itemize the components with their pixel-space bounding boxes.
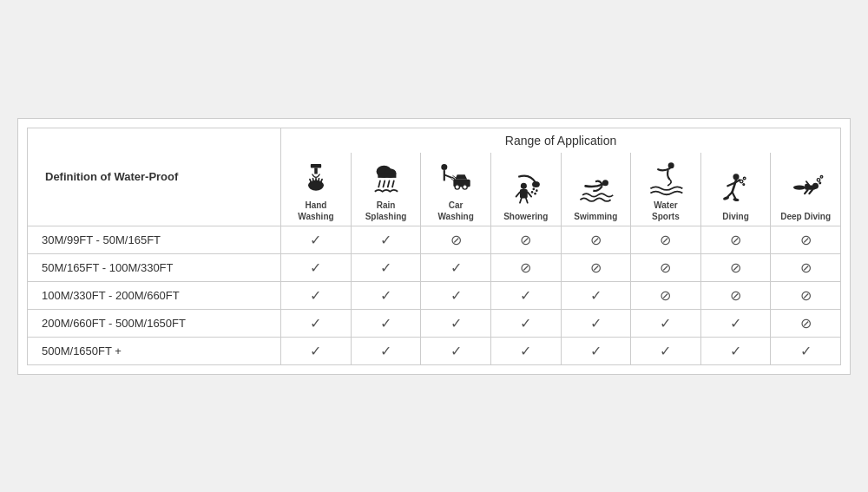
showering-icon xyxy=(507,169,545,207)
svg-point-53 xyxy=(819,181,821,183)
showering-label: Showering xyxy=(495,211,557,222)
svg-line-49 xyxy=(805,189,808,193)
cell-rain_splashing: ✓ xyxy=(351,253,421,281)
cell-swimming: ✓ xyxy=(561,281,631,309)
cell-diving: ⊘ xyxy=(700,281,771,309)
check-mark: ✓ xyxy=(450,288,462,303)
cell-deep_diving: ⊘ xyxy=(771,281,841,309)
water_sports-label: WaterSports xyxy=(635,200,697,222)
cell-hand_washing: ✓ xyxy=(281,281,352,309)
cell-hand_washing: ✓ xyxy=(281,226,352,253)
svg-line-7 xyxy=(319,178,319,181)
svg-point-21 xyxy=(463,184,467,188)
table-row: 500M/1650FT +✓✓✓✓✓✓✓✓ xyxy=(28,337,841,364)
rain_splashing-icon xyxy=(367,158,405,196)
svg-point-40 xyxy=(733,197,740,201)
cell-showering: ✓ xyxy=(490,309,561,337)
cell-showering: ✓ xyxy=(490,281,561,309)
cell-swimming: ✓ xyxy=(561,309,631,337)
svg-line-12 xyxy=(378,180,380,187)
icon-header-rain_splashing: RainSplashing xyxy=(351,153,421,226)
check-mark: ✓ xyxy=(520,316,531,331)
svg-rect-11 xyxy=(378,173,396,177)
icon-header-swimming: Swimming xyxy=(561,153,631,226)
no-symbol: ⊘ xyxy=(520,233,531,247)
cell-diving: ⊘ xyxy=(700,253,771,281)
icon-header-hand_washing: HandWashing xyxy=(281,153,352,226)
cell-deep_diving: ⊘ xyxy=(771,226,841,253)
check-mark: ✓ xyxy=(310,316,321,331)
check-mark: ✓ xyxy=(590,288,602,303)
svg-line-31 xyxy=(526,198,528,202)
check-mark: ✓ xyxy=(450,260,462,275)
check-mark: ✓ xyxy=(660,344,671,358)
check-mark: ✓ xyxy=(380,344,391,358)
cell-car_washing: ✓ xyxy=(421,281,491,309)
cell-swimming: ✓ xyxy=(561,337,631,364)
cell-rain_splashing: ✓ xyxy=(351,309,421,337)
no-symbol: ⊘ xyxy=(730,260,741,275)
svg-point-25 xyxy=(532,181,540,187)
cell-deep_diving: ⊘ xyxy=(771,309,841,337)
cell-hand_washing: ✓ xyxy=(281,253,352,281)
svg-point-33 xyxy=(536,189,538,192)
table-row: 100M/330FT - 200M/660FT✓✓✓✓✓⊘⊘⊘ xyxy=(28,281,841,309)
check-mark: ✓ xyxy=(380,233,391,247)
svg-point-43 xyxy=(742,183,744,185)
row-label: 50M/165FT - 100M/330FT xyxy=(28,253,281,281)
no-symbol: ⊘ xyxy=(730,233,741,247)
svg-point-20 xyxy=(455,184,459,188)
check-mark: ✓ xyxy=(310,288,321,303)
svg-point-37 xyxy=(668,162,674,168)
svg-point-35 xyxy=(534,192,536,194)
row-label: 100M/330FT - 200M/660FT xyxy=(28,281,281,309)
row-label: 200M/660FT - 500M/1650FT xyxy=(28,309,281,337)
svg-rect-3 xyxy=(308,183,324,187)
no-symbol: ⊘ xyxy=(800,316,812,331)
cell-showering: ⊘ xyxy=(490,253,561,281)
cell-car_washing: ⊘ xyxy=(421,226,491,253)
no-symbol: ⊘ xyxy=(660,260,671,275)
icon-header-showering: Showering xyxy=(490,153,561,226)
svg-point-26 xyxy=(521,182,527,188)
check-mark: ✓ xyxy=(310,233,321,247)
cell-water_sports: ⊘ xyxy=(631,281,701,309)
water_sports-icon xyxy=(647,158,685,196)
svg-rect-27 xyxy=(520,188,528,198)
svg-line-14 xyxy=(387,180,389,187)
cell-swimming: ⊘ xyxy=(561,226,631,253)
deep_diving-icon xyxy=(786,169,825,207)
hand_washing-icon xyxy=(297,158,335,196)
check-mark: ✓ xyxy=(310,260,321,275)
cell-car_washing: ✓ xyxy=(421,253,491,281)
cell-deep_diving: ⊘ xyxy=(771,253,841,281)
check-mark: ✓ xyxy=(520,344,531,358)
hand_washing-label: HandWashing xyxy=(285,200,347,222)
diving-label: Diving xyxy=(705,211,767,222)
rain_splashing-label: RainSplashing xyxy=(355,200,418,222)
cell-showering: ✓ xyxy=(490,337,561,364)
check-mark: ✓ xyxy=(730,316,741,331)
icon-header-deep_diving: Deep Diving xyxy=(771,153,841,226)
check-mark: ✓ xyxy=(450,344,462,358)
waterproof-chart: Definition of Water-Proof Range of Appli… xyxy=(17,118,851,375)
car_washing-icon xyxy=(437,158,475,196)
svg-point-16 xyxy=(441,164,447,170)
cell-water_sports: ✓ xyxy=(631,309,701,337)
icon-header-car_washing: CarWashing xyxy=(421,153,491,226)
check-mark: ✓ xyxy=(730,344,741,358)
svg-point-52 xyxy=(820,175,823,178)
svg-line-29 xyxy=(528,192,531,196)
cell-diving: ✓ xyxy=(700,309,771,337)
check-mark: ✓ xyxy=(660,316,671,331)
no-symbol: ⊘ xyxy=(450,233,462,247)
cell-car_washing: ✓ xyxy=(421,309,491,337)
check-mark: ✓ xyxy=(590,316,602,331)
cell-water_sports: ⊘ xyxy=(631,253,701,281)
cell-hand_washing: ✓ xyxy=(281,337,352,364)
icon-header-diving: Diving xyxy=(700,153,771,226)
svg-line-13 xyxy=(383,180,385,187)
check-mark: ✓ xyxy=(590,344,602,358)
cell-swimming: ⊘ xyxy=(561,253,631,281)
table-row: 50M/165FT - 100M/330FT✓✓✓⊘⊘⊘⊘⊘ xyxy=(28,253,841,281)
